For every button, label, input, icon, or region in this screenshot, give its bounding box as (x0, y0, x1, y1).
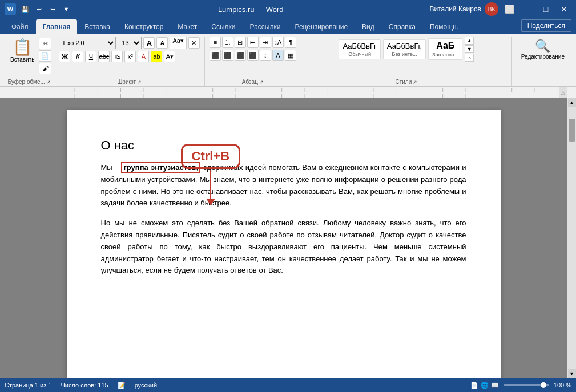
sort-btn[interactable]: ↕A (272, 37, 284, 48)
title-bar-center: Lumpics.ru — Word (218, 5, 284, 14)
styles-label[interactable]: Стили ↗ (395, 78, 417, 85)
minimize-btn[interactable]: — (520, 3, 535, 15)
align-right-btn[interactable]: ⬛ (235, 50, 246, 61)
styles-scroll-down[interactable]: ▼ (465, 45, 474, 53)
cut-button[interactable]: ✂ (39, 38, 51, 49)
ruler-toggle-btn[interactable]: △ (559, 87, 567, 98)
bullets-btn[interactable]: ≡ (210, 37, 221, 48)
tab-layout[interactable]: Макет (171, 19, 204, 34)
web-view-icon[interactable]: 🌐 (481, 382, 489, 389)
paste-icon: 📋 (13, 38, 33, 56)
font-size-select[interactable]: 13 (118, 37, 142, 49)
font-content: Exo 2.0 13 A A Aa▾ ✕ Ж К Ч abc x₂ x² (59, 37, 199, 78)
shading-btn[interactable]: A (272, 50, 284, 61)
share-button[interactable]: Поделиться (521, 19, 571, 32)
clear-formatting-btn[interactable]: ✕ (188, 37, 200, 49)
style-normal-label: Обычный (348, 51, 371, 57)
style-heading[interactable]: АаБ Заголово... (428, 38, 462, 60)
annotation-ctrl-b: Ctrl+B (181, 144, 241, 199)
title-bar-right: Виталий Каиров ВК ⬜ — □ ✕ (429, 2, 571, 16)
italic-button[interactable]: К (72, 51, 83, 62)
para-row2: ⬛ ⬛ ⬛ ⬛ ↕ A ▦ (210, 50, 296, 61)
doc-view-icons: 📄 🌐 📖 (470, 382, 499, 389)
title-bar-left: W 💾 ↩ ↪ ▼ (5, 3, 72, 15)
user-area: Виталий Каиров ВК (429, 2, 498, 16)
tab-assistant[interactable]: Помощн. (423, 19, 465, 34)
read-view-icon[interactable]: 📖 (491, 382, 499, 389)
decrease-indent-btn[interactable]: ⇤ (247, 37, 259, 48)
zoom-slider[interactable] (504, 384, 549, 386)
tab-file[interactable]: Файл (5, 19, 35, 34)
close-btn[interactable]: ✕ (557, 3, 571, 15)
style-no-spacing[interactable]: АаБбВвГг, Без инте... (383, 39, 426, 59)
tab-mailings[interactable]: Рассылки (243, 19, 288, 34)
annotation-label: Ctrl+B (181, 144, 241, 169)
zoom-thumb (541, 382, 546, 388)
paragraph-label[interactable]: Абзац ↗ (242, 78, 264, 85)
style-normal-preview: АаБбВвГг (343, 42, 376, 50)
tab-view[interactable]: Вид (355, 19, 381, 34)
copy-button[interactable]: 📄 (39, 50, 51, 62)
text-color-btn[interactable]: A (138, 51, 149, 62)
increase-indent-btn[interactable]: ⇥ (260, 37, 271, 48)
tab-home[interactable]: Главная (36, 19, 78, 34)
align-left-btn[interactable]: ⬛ (210, 50, 221, 61)
subscript-btn[interactable]: x₂ (111, 51, 123, 62)
change-case-btn[interactable]: Aa▾ (170, 37, 186, 49)
status-right: 📄 🌐 📖 100 % (470, 382, 571, 389)
line-spacing-btn[interactable]: ↕ (260, 50, 271, 61)
ribbon-group-editing: 🔍 Редактирование (512, 37, 574, 86)
styles-scroll-up[interactable]: ▲ (465, 37, 474, 45)
vertical-scrollbar[interactable]: ▲ ▼ (567, 98, 576, 378)
multilevel-btn[interactable]: ⊞ (235, 37, 246, 48)
show-marks-btn[interactable]: ¶ (285, 37, 296, 48)
clipboard-label[interactable]: Буфер обме... ↗ (8, 78, 51, 85)
font-name-select[interactable]: Exo 2.0 (59, 37, 116, 49)
arrow-line (210, 170, 211, 199)
scroll-down-btn[interactable]: ▼ (568, 369, 576, 378)
increase-font-btn[interactable]: A (143, 37, 155, 49)
tab-help[interactable]: Справка (382, 19, 422, 34)
underline-button[interactable]: Ч (85, 51, 96, 62)
search-icon: 🔍 (535, 39, 550, 54)
scroll-up-btn[interactable]: ▲ (568, 98, 576, 107)
para1-before: Мы – (101, 163, 122, 172)
save-quick-btn[interactable]: 💾 (19, 3, 31, 15)
zoom-level: 100 % (554, 382, 571, 389)
undo-btn[interactable]: ↩ (33, 3, 45, 15)
highlight-btn[interactable]: ab (151, 51, 162, 62)
superscript-btn[interactable]: x² (124, 51, 136, 62)
tab-review[interactable]: Рецензирование (288, 19, 355, 34)
group-expand-icon: ↗ (46, 79, 51, 85)
maximize-btn[interactable]: □ (538, 3, 553, 15)
redo-btn[interactable]: ↪ (47, 3, 58, 15)
paste-label: Вставить (10, 56, 34, 63)
document-scroll-area: Ctrl+B О нас Мы – группа энтузиастов, од… (0, 98, 567, 378)
ribbon-tabs: Файл Главная Вставка Конструктор Макет С… (0, 18, 576, 34)
justify-btn[interactable]: ⬛ (247, 50, 259, 61)
font-color-btn[interactable]: A▾ (164, 51, 175, 62)
scroll-thumb[interactable] (569, 119, 575, 142)
tab-design[interactable]: Конструктор (118, 19, 170, 34)
borders-btn[interactable]: ▦ (285, 50, 296, 61)
decrease-font-btn[interactable]: A (156, 37, 168, 49)
strikethrough-btn[interactable]: abc (98, 51, 110, 62)
print-view-icon[interactable]: 📄 (470, 382, 478, 389)
paste-button[interactable]: 📋 Вставить (7, 37, 38, 64)
style-normal[interactable]: АаБбВвГг Обычный (339, 39, 380, 59)
paragraph-1: Мы – группа энтузиастов, одержимых идеей… (101, 162, 466, 209)
tab-references[interactable]: Ссылки (204, 19, 242, 34)
font-controls: Exo 2.0 13 A A Aa▾ ✕ Ж К Ч abc x₂ x² (59, 37, 199, 62)
align-center-btn[interactable]: ⬛ (222, 50, 233, 61)
editing-group-label[interactable] (542, 78, 544, 85)
format-painter-button[interactable]: 🖌 (39, 63, 51, 74)
font-label[interactable]: Шрифт ↗ (117, 78, 142, 85)
numbering-btn[interactable]: 1. (222, 37, 233, 48)
tab-insert[interactable]: Вставка (78, 19, 117, 34)
more-quick-btn[interactable]: ▼ (61, 3, 72, 15)
bold-button[interactable]: Ж (59, 51, 70, 62)
ribbon-display-btn[interactable]: ⬜ (502, 3, 517, 15)
ribbon-group-font: Exo 2.0 13 A A Aa▾ ✕ Ж К Ч abc x₂ x² (54, 37, 204, 86)
styles-expand[interactable]: ⬦ (465, 54, 474, 62)
find-replace-button[interactable]: 🔍 Редактирование (517, 37, 569, 62)
